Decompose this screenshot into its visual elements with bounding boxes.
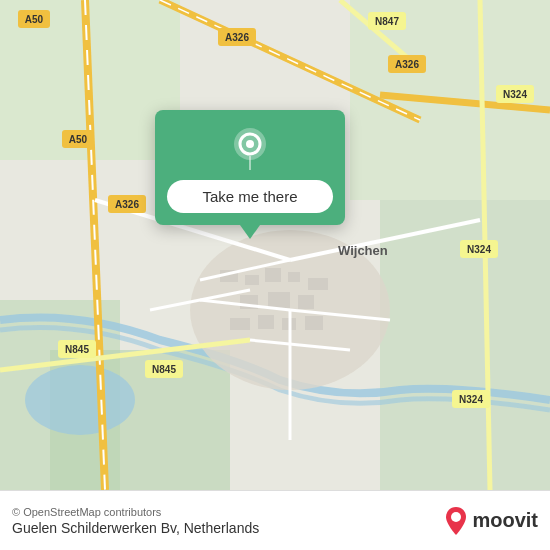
svg-rect-16 xyxy=(230,318,250,330)
svg-text:A326: A326 xyxy=(395,59,419,70)
svg-rect-10 xyxy=(265,268,281,282)
location-pin-icon xyxy=(228,126,272,170)
popup-card: Take me there xyxy=(155,110,345,225)
svg-rect-17 xyxy=(258,315,274,329)
svg-rect-15 xyxy=(298,295,314,309)
svg-text:A50: A50 xyxy=(25,14,44,25)
svg-rect-19 xyxy=(305,316,323,330)
moovit-brand-text: moovit xyxy=(472,509,538,532)
take-me-there-button[interactable]: Take me there xyxy=(167,180,333,213)
svg-text:Wijchen: Wijchen xyxy=(338,243,388,258)
footer-bar: © OpenStreetMap contributors Guelen Schi… xyxy=(0,490,550,550)
svg-text:N845: N845 xyxy=(152,364,176,375)
svg-rect-9 xyxy=(245,275,259,285)
map-container: A50 A50 A326 A326 A326 N847 N324 N324 N3… xyxy=(0,0,550,490)
svg-rect-11 xyxy=(288,272,300,282)
svg-text:N324: N324 xyxy=(467,244,491,255)
svg-point-62 xyxy=(451,512,461,522)
svg-text:N324: N324 xyxy=(503,89,527,100)
svg-text:A326: A326 xyxy=(225,32,249,43)
moovit-logo: moovit xyxy=(444,507,538,535)
svg-point-61 xyxy=(246,140,254,148)
svg-rect-12 xyxy=(308,278,328,290)
moovit-pin-icon xyxy=(444,507,468,535)
svg-text:N847: N847 xyxy=(375,16,399,27)
footer-left: © OpenStreetMap contributors Guelen Schi… xyxy=(12,506,259,536)
svg-point-6 xyxy=(25,365,135,435)
business-name: Guelen Schilderwerken Bv, Netherlands xyxy=(12,520,259,536)
svg-text:N845: N845 xyxy=(65,344,89,355)
svg-text:N324: N324 xyxy=(459,394,483,405)
svg-rect-14 xyxy=(268,292,290,308)
svg-text:A326: A326 xyxy=(115,199,139,210)
svg-text:A50: A50 xyxy=(69,134,88,145)
copyright-text: © OpenStreetMap contributors xyxy=(12,506,259,518)
